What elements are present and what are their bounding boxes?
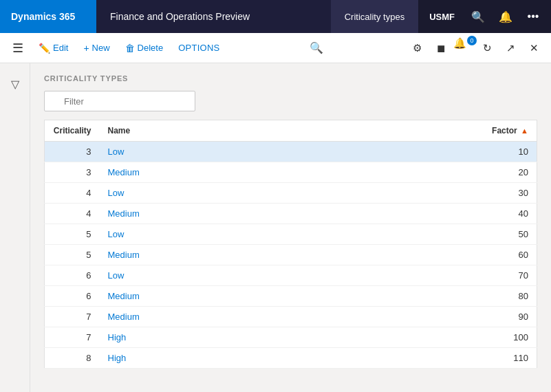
cell-factor: 90 — [482, 307, 537, 327]
cell-criticality: 5 — [45, 245, 100, 265]
cell-name: Medium — [100, 204, 482, 224]
table-row[interactable]: 6Medium80 — [45, 286, 537, 307]
cell-criticality: 3 — [45, 142, 100, 162]
cell-factor: 100 — [482, 327, 537, 348]
cell-factor: 110 — [482, 348, 537, 369]
cell-factor: 20 — [482, 162, 537, 183]
filter-bar: 🔍 — [44, 91, 537, 111]
notification-count: 0 — [467, 36, 477, 45]
options-button[interactable]: OPTIONS — [171, 40, 226, 56]
cell-name: Low — [100, 265, 482, 286]
table-row[interactable]: 3Low10 — [45, 142, 537, 162]
cell-name: High — [100, 327, 482, 348]
brand[interactable]: Dynamics 365 — [0, 0, 96, 33]
search-nav-icon[interactable]: 🔍 — [466, 4, 490, 29]
notification-badge-icon[interactable]: 🔔 0 — [453, 37, 475, 59]
cell-name: Low — [100, 142, 482, 162]
brand-label: Dynamics 365 — [11, 11, 75, 22]
col-name[interactable]: Name — [100, 120, 482, 142]
delete-button[interactable]: 🗑 Delete — [118, 37, 171, 59]
options-label: OPTIONS — [178, 43, 219, 53]
company-code: USMF — [418, 0, 466, 33]
section-title: CRITICALITY TYPES — [44, 74, 537, 83]
filter-wrapper: 🔍 — [44, 91, 195, 111]
table-row[interactable]: 5Low50 — [45, 224, 537, 245]
delete-icon: 🗑 — [125, 43, 135, 54]
cell-factor: 80 — [482, 286, 537, 307]
cell-name: Medium — [100, 307, 482, 327]
top-nav: Dynamics 365 Finance and Operations Prev… — [0, 0, 551, 33]
table-row[interactable]: 3Medium20 — [45, 162, 537, 183]
cell-criticality: 8 — [45, 348, 100, 369]
table-row[interactable]: 5Medium60 — [45, 245, 537, 265]
cell-factor: 60 — [482, 245, 537, 265]
cell-criticality: 7 — [45, 307, 100, 327]
hamburger-menu[interactable]: ☰ — [6, 36, 30, 61]
cell-criticality: 4 — [45, 204, 100, 224]
filter-sidebar-icon[interactable]: ▽ — [3, 72, 28, 96]
edit-label: Edit — [53, 43, 68, 53]
table-body: 3Low103Medium204Low304Medium405Low505Med… — [45, 142, 537, 369]
refresh-icon[interactable]: ↻ — [477, 37, 499, 59]
table-row[interactable]: 7High100 — [45, 327, 537, 348]
col-criticality[interactable]: Criticality — [45, 120, 100, 142]
table-row[interactable]: 6Low70 — [45, 265, 537, 286]
edit-icon: ✏️ — [39, 43, 50, 54]
cell-factor: 70 — [482, 265, 537, 286]
toolbar-right-icons: ⚙ ◼ 🔔 0 ↻ ↗ ✕ — [407, 37, 545, 59]
table-row[interactable]: 8High110 — [45, 348, 537, 369]
delete-label: Delete — [138, 43, 164, 53]
close-icon[interactable]: ✕ — [523, 37, 545, 59]
nav-icons: 🔍 🔔 ••• — [466, 4, 551, 29]
toolbar-search-icon[interactable]: 🔍 — [304, 39, 329, 57]
cell-name: Low — [100, 183, 482, 204]
notifications-icon[interactable]: 🔔 — [493, 4, 518, 29]
table-row[interactable]: 4Low30 — [45, 183, 537, 204]
table-header: Criticality Name Factor ▲ — [45, 120, 537, 142]
sort-icon: ▲ — [521, 127, 528, 135]
page-title-label: Criticality types — [345, 12, 404, 22]
content-area: CRITICALITY TYPES 🔍 Criticality Name Fac… — [30, 63, 551, 392]
cell-criticality: 6 — [45, 265, 100, 286]
cell-name: Medium — [100, 286, 482, 307]
cell-factor: 50 — [482, 224, 537, 245]
table-row[interactable]: 7Medium90 — [45, 307, 537, 327]
col-factor[interactable]: Factor ▲ — [482, 120, 537, 142]
filter-input[interactable] — [44, 91, 195, 111]
new-icon: + — [83, 43, 89, 54]
app-title: Finance and Operations Preview — [96, 0, 331, 33]
criticality-table: Criticality Name Factor ▲ 3Low103Medium2… — [44, 120, 537, 369]
toolbar: ☰ ✏️ Edit + New 🗑 Delete OPTIONS 🔍 ⚙ ◼ 🔔… — [0, 33, 551, 63]
cell-criticality: 4 — [45, 183, 100, 204]
cell-name: Medium — [100, 162, 482, 183]
cell-criticality: 6 — [45, 286, 100, 307]
page-title: Criticality types — [331, 0, 418, 33]
cell-criticality: 7 — [45, 327, 100, 348]
edit-button[interactable]: ✏️ Edit — [32, 37, 75, 59]
cell-name: Low — [100, 224, 482, 245]
expand-icon[interactable]: ↗ — [500, 37, 522, 59]
office-icon[interactable]: ◼ — [430, 37, 452, 59]
cell-name: High — [100, 348, 482, 369]
more-nav-icon[interactable]: ••• — [521, 4, 545, 29]
new-label: New — [92, 43, 110, 53]
cell-factor: 30 — [482, 183, 537, 204]
new-button[interactable]: + New — [76, 37, 116, 59]
app-title-label: Finance and Operations Preview — [110, 11, 250, 22]
cell-criticality: 3 — [45, 162, 100, 183]
cell-criticality: 5 — [45, 224, 100, 245]
sidebar: ▽ — [0, 63, 30, 392]
settings-icon[interactable]: ⚙ — [407, 37, 429, 59]
table-row[interactable]: 4Medium40 — [45, 204, 537, 224]
cell-name: Medium — [100, 245, 482, 265]
main-layout: ▽ CRITICALITY TYPES 🔍 Criticality Name F… — [0, 63, 551, 392]
company-label: USMF — [429, 12, 455, 22]
cell-factor: 10 — [482, 142, 537, 162]
cell-factor: 40 — [482, 204, 537, 224]
